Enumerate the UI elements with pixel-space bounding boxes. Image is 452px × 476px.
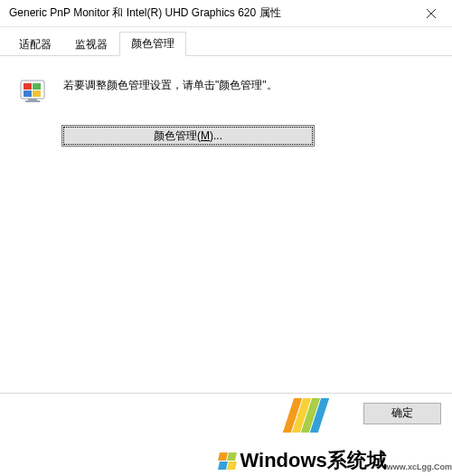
tab-label: 颜色管理 (131, 37, 174, 50)
ok-button[interactable]: 确定 (363, 403, 441, 424)
button-label: 确定 (391, 405, 413, 421)
svg-rect-8 (25, 100, 40, 102)
window-title: Generic PnP Monitor 和 Intel(R) UHD Graph… (9, 5, 281, 21)
button-label-prefix: 颜色管理( (154, 129, 201, 144)
svg-rect-4 (33, 83, 41, 90)
button-hotkey: M (201, 129, 210, 142)
svg-rect-6 (33, 90, 41, 97)
color-management-icon (18, 76, 51, 109)
watermark-brand-cn: Windows系统城 (240, 447, 386, 474)
button-label-suffix: )... (210, 129, 222, 142)
description-row: 若要调整颜色管理设置，请单击"颜色管理"。 (18, 76, 434, 109)
description-text: 若要调整颜色管理设置，请单击"颜色管理"。 (63, 76, 278, 93)
tabstrip: 适配器 监视器 颜色管理 (0, 33, 452, 56)
tab-label: 监视器 (75, 38, 108, 51)
watermark-brand-en: www.xcLgg.Com (387, 462, 452, 471)
color-management-button[interactable]: 颜色管理(M)... (61, 125, 315, 147)
watermark: Windows系统城 www.xcLgg.Com (218, 447, 452, 474)
windows-logo-icon (218, 452, 236, 470)
svg-rect-7 (28, 99, 37, 100)
tab-label: 适配器 (19, 38, 52, 51)
decorative-bars (287, 398, 324, 433)
svg-rect-5 (24, 90, 32, 97)
tab-adapter[interactable]: 适配器 (7, 33, 63, 56)
tab-panel-color-management: 若要调整颜色管理设置，请单击"颜色管理"。 颜色管理(M)... (0, 56, 452, 409)
close-icon (427, 9, 436, 18)
svg-rect-3 (24, 83, 32, 90)
properties-window: Generic PnP Monitor 和 Intel(R) UHD Graph… (0, 0, 452, 476)
dialog-footer: 确定 (0, 393, 452, 433)
tab-monitor[interactable]: 监视器 (63, 33, 119, 56)
titlebar: Generic PnP Monitor 和 Intel(R) UHD Graph… (0, 0, 452, 27)
close-button[interactable] (410, 0, 452, 27)
tab-color-management[interactable]: 颜色管理 (119, 32, 186, 56)
